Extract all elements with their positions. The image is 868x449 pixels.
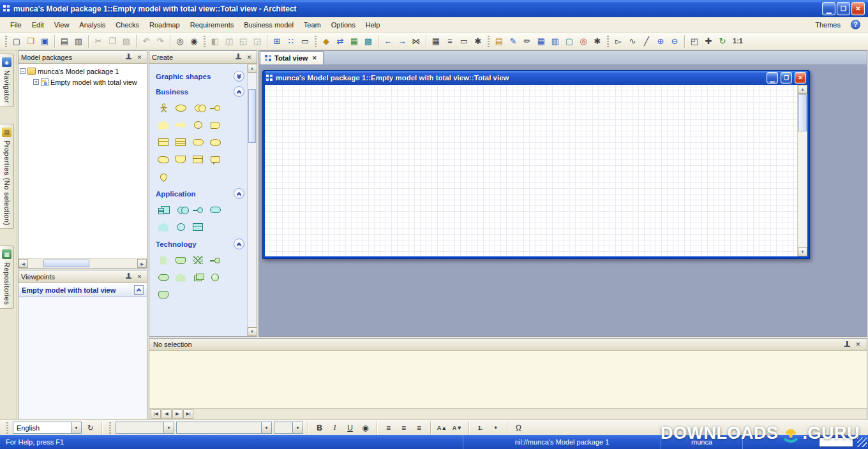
team-merge-icon[interactable]: ⋈ bbox=[409, 34, 423, 48]
scrollbar-thumb[interactable] bbox=[798, 94, 807, 131]
collapse-section-button[interactable] bbox=[234, 86, 244, 97]
edit-icon[interactable]: ✎ bbox=[506, 34, 520, 48]
child-close-button[interactable]: ✕ bbox=[795, 72, 806, 84]
business-object-icon[interactable] bbox=[156, 137, 171, 147]
product-icon[interactable] bbox=[190, 154, 206, 165]
close-panel-button[interactable]: ✕ bbox=[853, 340, 863, 349]
menu-view[interactable]: View bbox=[49, 18, 75, 31]
application-interaction-icon[interactable] bbox=[173, 222, 188, 232]
nav-next-icon[interactable]: ▶ bbox=[172, 409, 183, 419]
dropdown-arrow-icon[interactable]: ▼ bbox=[292, 422, 303, 433]
target-icon[interactable]: ◎ bbox=[576, 34, 590, 48]
pointer-icon[interactable]: ▻ bbox=[611, 34, 625, 48]
polyline-icon[interactable]: ╱ bbox=[640, 34, 654, 48]
scroll-up-icon[interactable]: ▲ bbox=[798, 85, 807, 94]
toolbar-grip[interactable] bbox=[6, 422, 8, 434]
collapse-toggle-icon[interactable]: − bbox=[20, 68, 26, 74]
menu-business-model[interactable]: Business model bbox=[239, 18, 299, 31]
menu-options[interactable]: Options bbox=[326, 18, 361, 31]
align-left-icon[interactable]: ≡ bbox=[382, 422, 395, 434]
underline-button[interactable]: U bbox=[343, 422, 357, 434]
toolbar-grip[interactable] bbox=[488, 36, 490, 47]
font-decrease-icon[interactable]: A▼ bbox=[451, 422, 464, 434]
toolbar-grip[interactable] bbox=[315, 36, 317, 47]
tree-row[interactable]: − munca's Model package 1 bbox=[20, 66, 146, 77]
bold-button[interactable]: B bbox=[313, 422, 326, 434]
node-icon[interactable] bbox=[190, 272, 206, 283]
menu-file[interactable]: File bbox=[5, 18, 27, 31]
expand-toggle-icon[interactable]: + bbox=[33, 79, 39, 85]
equipment-icon[interactable] bbox=[156, 290, 171, 300]
undo-icon[interactable]: ↶ bbox=[139, 34, 153, 48]
system-software-icon[interactable] bbox=[207, 272, 223, 283]
snap-to-grid-icon[interactable]: ∷ bbox=[284, 34, 298, 48]
data-object-icon[interactable] bbox=[190, 222, 206, 232]
close-panel-button[interactable]: ✕ bbox=[135, 272, 144, 281]
canvas-scrollbar[interactable]: ▲ ▼ bbox=[797, 85, 807, 256]
application-function-icon[interactable] bbox=[156, 222, 171, 232]
tree-row[interactable]: + Empty model with total view bbox=[20, 77, 146, 87]
scroll-right-icon[interactable]: ▶ bbox=[137, 259, 147, 268]
technology-interface-icon[interactable] bbox=[207, 255, 223, 265]
maximize-button[interactable]: ❐ bbox=[837, 2, 850, 15]
section-application[interactable]: Application bbox=[156, 188, 246, 199]
close-panel-button[interactable]: ✕ bbox=[135, 53, 144, 62]
application-interface-icon[interactable] bbox=[190, 205, 206, 215]
collapse-section-button[interactable] bbox=[234, 188, 244, 199]
dropdown-arrow-icon[interactable]: ▼ bbox=[261, 422, 271, 433]
ruler-icon[interactable]: ▭ bbox=[298, 34, 312, 48]
scroll-up-icon[interactable]: ▲ bbox=[248, 64, 257, 73]
options-icon[interactable]: ✱ bbox=[590, 34, 604, 48]
business-process-icon[interactable] bbox=[173, 120, 188, 130]
make-same-size-icon[interactable]: ◫ bbox=[222, 34, 236, 48]
find-icon[interactable]: ◎ bbox=[173, 34, 187, 48]
new-document-icon[interactable]: ▢ bbox=[10, 34, 24, 48]
tree-node-label[interactable]: munca's Model package 1 bbox=[38, 68, 119, 75]
side-tab-navigator[interactable]: ◈ Navigator bbox=[0, 54, 14, 107]
numbered-list-icon[interactable]: 1. bbox=[474, 422, 487, 434]
expand-section-button[interactable] bbox=[234, 71, 244, 82]
table-icon[interactable]: ▦ bbox=[534, 34, 548, 48]
refresh-icon[interactable]: ↻ bbox=[715, 34, 730, 48]
collapse-viewpoint-button[interactable] bbox=[134, 285, 144, 295]
align-right-icon[interactable]: ≡ bbox=[412, 422, 426, 434]
resize-grip[interactable] bbox=[857, 438, 867, 447]
section-graphic-shapes[interactable]: Graphic shapes bbox=[156, 71, 246, 82]
connector-icon[interactable]: ∿ bbox=[625, 34, 640, 48]
cut-icon[interactable]: ✂ bbox=[91, 34, 105, 48]
settings-icon[interactable]: ✱ bbox=[471, 34, 485, 48]
zoom-out-icon[interactable]: ⊖ bbox=[668, 34, 682, 48]
scroll-down-icon[interactable]: ▼ bbox=[248, 327, 257, 336]
dropdown-arrow-icon[interactable]: ▼ bbox=[163, 422, 174, 433]
viewpoint-selected-row[interactable]: Empty model with total view bbox=[19, 283, 147, 297]
themes-menu[interactable]: Themes bbox=[810, 18, 846, 31]
collapse-section-button[interactable] bbox=[234, 239, 244, 249]
menu-help[interactable]: Help bbox=[361, 18, 385, 31]
bring-to-front-icon[interactable]: ◱ bbox=[236, 34, 250, 48]
font-size-select[interactable]: ▼ bbox=[274, 422, 303, 434]
pin-button[interactable] bbox=[123, 272, 133, 281]
pencil-icon[interactable]: ✏ bbox=[520, 34, 534, 48]
menu-checks[interactable]: Checks bbox=[110, 18, 144, 31]
create-panel-scrollbar[interactable]: ▲ ▼ bbox=[247, 64, 257, 336]
business-function-icon[interactable] bbox=[156, 120, 171, 130]
horizontal-scrollbar[interactable]: ◀ ▶ bbox=[19, 258, 147, 268]
zoom-one-to-one-icon[interactable]: 1:1 bbox=[730, 34, 746, 48]
columns-icon[interactable]: ▥ bbox=[548, 34, 562, 48]
zoom-in-icon[interactable]: ⊕ bbox=[654, 34, 668, 48]
redo-icon[interactable]: ↷ bbox=[153, 34, 167, 48]
diagram-canvas[interactable] bbox=[265, 85, 797, 256]
business-service-icon[interactable] bbox=[190, 137, 206, 147]
save-icon[interactable]: ▣ bbox=[38, 34, 52, 48]
dropdown-arrow-icon[interactable]: ▼ bbox=[71, 422, 81, 433]
business-interface-icon[interactable] bbox=[207, 103, 223, 113]
scrollbar-thumb[interactable] bbox=[248, 89, 256, 143]
toolbar-grip[interactable] bbox=[5, 36, 7, 47]
new-element-icon[interactable]: ◆ bbox=[319, 34, 333, 48]
artifact-icon[interactable] bbox=[156, 255, 171, 265]
technology-function-icon[interactable] bbox=[173, 272, 188, 283]
child-minimize-button[interactable]: ▁ bbox=[767, 72, 778, 84]
frame-icon[interactable]: ▭ bbox=[457, 34, 471, 48]
menu-roadmap[interactable]: Roadmap bbox=[144, 18, 185, 31]
side-tab-properties[interactable]: ▤ Properties (No selection) bbox=[0, 124, 14, 230]
